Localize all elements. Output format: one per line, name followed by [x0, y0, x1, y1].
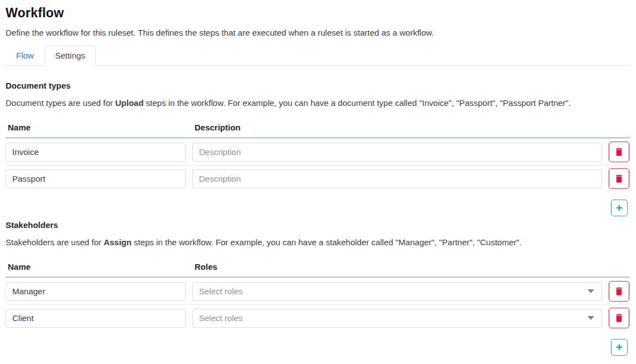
stakeholders-description: Stakeholders are used for Assign steps i…: [6, 237, 630, 247]
plus-icon: +: [616, 341, 623, 353]
table-header-row: Name Roles: [6, 262, 630, 278]
trash-icon: [614, 286, 624, 297]
document-type-name-input[interactable]: [6, 143, 186, 162]
stakeholders-heading: Stakeholders: [6, 220, 630, 230]
description-text: steps in the workflow. For example, you …: [132, 237, 522, 247]
description-bold-text: Assign: [104, 237, 132, 247]
plus-icon: +: [616, 202, 623, 213]
column-header-description: Description: [195, 123, 602, 132]
delete-stakeholder-button[interactable]: [609, 308, 629, 328]
stakeholders-table: Name Roles Select roles: [6, 262, 630, 356]
delete-document-type-button[interactable]: [609, 168, 629, 189]
stakeholder-row: Select roles: [6, 278, 630, 304]
document-type-name-input[interactable]: [6, 169, 186, 188]
description-text: Document types are used for: [6, 98, 115, 108]
tab-flow[interactable]: Flow: [6, 46, 45, 66]
roles-select[interactable]: Select roles: [192, 309, 602, 328]
document-types-heading: Document types: [6, 81, 630, 90]
tab-settings[interactable]: Settings: [45, 46, 96, 66]
page-description: Define the workflow for this ruleset. Th…: [6, 28, 630, 37]
add-document-type-button[interactable]: +: [611, 200, 628, 216]
document-types-section: Document types Document types are used f…: [6, 81, 630, 216]
document-type-row: [6, 165, 630, 192]
document-types-description: Document types are used for Upload steps…: [6, 98, 630, 108]
column-header-name: Name: [8, 123, 188, 132]
caret-down-icon: [588, 289, 594, 293]
workflow-tabs: Flow Settings: [6, 46, 630, 66]
table-header-row: Name Description: [6, 123, 630, 138]
roles-select-placeholder: Select roles: [199, 313, 242, 323]
trash-icon: [614, 313, 624, 323]
add-stakeholder-button[interactable]: +: [611, 339, 628, 356]
document-type-row: [6, 138, 630, 165]
column-header-name: Name: [8, 262, 188, 271]
stakeholder-name-input[interactable]: [6, 309, 186, 328]
delete-stakeholder-button[interactable]: [609, 281, 629, 302]
description-bold-text: Upload: [115, 98, 144, 108]
roles-select-placeholder: Select roles: [199, 287, 242, 296]
document-type-description-input[interactable]: [192, 143, 602, 162]
document-type-description-input[interactable]: [192, 169, 602, 188]
caret-down-icon: [588, 316, 594, 320]
stakeholders-section: Stakeholders Stakeholders are used for A…: [6, 220, 630, 356]
page-title: Workflow: [6, 6, 630, 21]
trash-icon: [614, 147, 624, 157]
table-footer-row: +: [6, 339, 630, 356]
stakeholder-name-input[interactable]: [6, 282, 186, 301]
workflow-settings-page: Workflow Define the workflow for this ru…: [0, 0, 636, 364]
roles-select[interactable]: Select roles: [192, 282, 602, 301]
delete-document-type-button[interactable]: [609, 142, 629, 162]
table-footer-row: +: [6, 200, 630, 216]
description-text: Stakeholders are used for: [6, 237, 104, 247]
description-text: steps in the workflow. For example, you …: [144, 98, 571, 108]
column-header-roles: Roles: [195, 262, 602, 271]
document-types-table: Name Description: [6, 123, 630, 216]
stakeholder-row: Select roles: [6, 304, 630, 331]
trash-icon: [614, 173, 624, 184]
